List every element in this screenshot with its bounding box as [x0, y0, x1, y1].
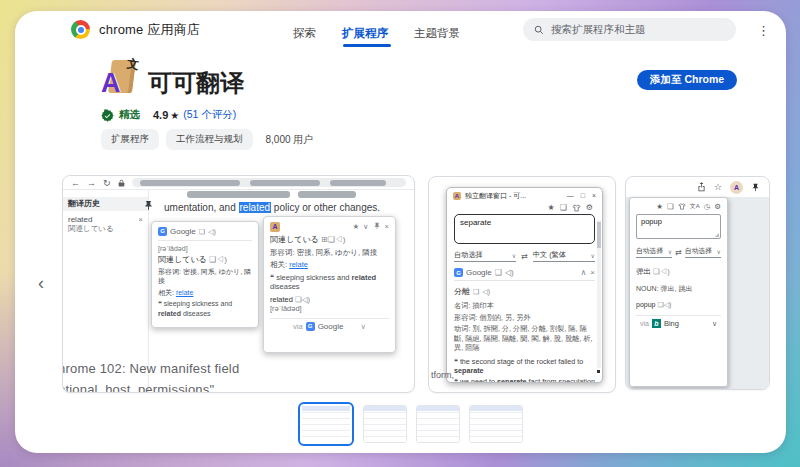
google-mini-popup: G Google ❏ ◁) [rəˈlādəd] 関連している ❏◁) 形容词:… [151, 221, 259, 328]
nav-item-extensions[interactable]: 扩展程序 [342, 26, 388, 41]
history-sidebar-title: 翻译历史 [63, 197, 148, 211]
swap-languages-icon: ⇄ [675, 248, 682, 257]
google-icon: G [306, 322, 315, 331]
copy-icon: ❏ [473, 288, 479, 296]
history-delete-icon: × [138, 215, 143, 224]
pos-line: 形容词: 密接, 同系, ゆかり, 隣接 [158, 267, 252, 286]
history-clock-icon: ◷ [704, 202, 711, 211]
translate-input: separate [454, 214, 595, 244]
pos-line: 形容词: 密接, 同系, ゆかり, 隣接 [270, 248, 389, 258]
chevron-down-icon: ∨ [360, 322, 366, 332]
extension-icon: A 文 [101, 60, 138, 96]
favorite-icon: ★ [352, 222, 359, 232]
related-label: 相关: [270, 260, 289, 269]
search-input[interactable]: 搜索扩展程序和主题 [523, 18, 736, 41]
rating-row: 精选 4.9 ★ (51 个评分) [101, 108, 236, 122]
translate-icon: 文A [690, 202, 700, 211]
phonetic: [rəˈlādəd] [270, 304, 389, 314]
extension-mini-icon: A [270, 222, 280, 232]
chevron-down-icon: ∨ [717, 248, 721, 255]
target-language-select: 自动选择∨ [685, 246, 721, 258]
example-text: diseases [181, 310, 211, 317]
screenshot-1[interactable]: ← → ↻ 翻译历史 related × 関連している [62, 175, 415, 393]
quote-icon: ❝ [270, 273, 274, 282]
nav-item-themes[interactable]: 主题背景 [414, 26, 460, 41]
thumbnail-3[interactable] [416, 405, 460, 443]
favorite-icon: ★ [656, 202, 663, 211]
settings-gear-icon: ⚙ [714, 202, 721, 211]
copy-icon: ❏ [328, 235, 335, 244]
copy-icon: ❏ [560, 203, 567, 212]
history-translation: 関連している [68, 224, 114, 234]
swap-languages-icon: ⇄ [521, 252, 528, 261]
result-word: 弹出 [636, 267, 651, 276]
featured-badge-icon [101, 109, 114, 122]
carousel-prev-button[interactable]: ‹ [38, 274, 44, 292]
related-link: relate [176, 289, 194, 296]
noun-line: 名词: 抽印本 [454, 301, 595, 311]
store-header-brand[interactable]: chrome 应用商店 [71, 20, 200, 39]
screenshot-3[interactable]: ☆ A ★ ❏ 文A ◷ ⚙ popup 自动选择∨ ⇄ 自动选择∨ 弹出 ❏◁… [625, 176, 770, 390]
collapse-icon: ∧ [580, 268, 586, 277]
share-icon [697, 182, 706, 192]
thumbnail-2[interactable] [363, 405, 407, 443]
thumbnail-1-selected[interactable] [298, 402, 354, 446]
chevron-down-icon: ∨ [668, 248, 672, 255]
example-bold: separate [454, 366, 484, 375]
speaker-icon: ◁) [216, 255, 227, 264]
speaker-icon: ◁) [208, 227, 216, 237]
via-label: via [293, 322, 303, 332]
settings-gear-icon: ⚙ [586, 203, 593, 212]
copy-icon: ❏ [199, 227, 205, 237]
translate-input: popup [636, 214, 721, 239]
search-placeholder: 搜索扩展程序和主题 [551, 23, 646, 37]
back-icon: ← [71, 178, 80, 188]
extension-title: 可可翻译 [148, 67, 244, 99]
example-text: the second stage of the rocket failed to [460, 357, 583, 366]
chevron-down-icon: ∨ [512, 252, 516, 259]
pin-icon [751, 183, 760, 192]
speaker-icon: ◁) [482, 288, 490, 296]
address-bar [132, 178, 406, 187]
browser-toolbar: ← → ↻ [63, 176, 414, 190]
rating-count-link[interactable]: (51 个评分) [183, 108, 236, 122]
browser-page: 翻译历史 related × 関連している umentation, and re… [63, 190, 414, 392]
standalone-window: A 独立翻译窗口 - 可... — □ × ★ ❏ ⚙ separate 自动选… [446, 187, 603, 383]
history-word: related [68, 215, 92, 224]
extension-avatar: A [730, 181, 743, 194]
screenshot-2[interactable]: A 独立翻译窗口 - 可... — □ × ★ ❏ ⚙ separate 自动选… [428, 176, 616, 393]
provider-label: Google [466, 268, 492, 277]
copy-icon: ❏ [667, 202, 674, 211]
source-language-select: 自动选择∨ [454, 250, 516, 262]
lock-icon [118, 179, 125, 187]
copy-icon: ❏ [295, 295, 302, 304]
chip-extensions[interactable]: 扩展程序 [101, 129, 159, 150]
thumbnail-4[interactable] [469, 405, 523, 443]
browser-action-popup: ★ ❏ 文A ◷ ⚙ popup 自动选择∨ ⇄ 自动选择∨ 弹出 ❏◁) NO… [629, 197, 728, 387]
chevron-down-icon: ∨ [712, 320, 717, 328]
example-text: sleeping sickness and [276, 273, 351, 282]
extension-icon-letter: A [101, 68, 121, 99]
browser-toolbar: ☆ A [626, 177, 769, 197]
speaker-icon: ◁) [505, 268, 514, 277]
example-text: we need to [460, 377, 497, 384]
chip-workflow[interactable]: 工作流程与规划 [166, 129, 253, 150]
translation: 関連している [158, 255, 207, 264]
quote-icon: ❝ [158, 300, 162, 307]
example-text: sleeping sickness and [164, 300, 233, 307]
quote-icon: ❝ [454, 377, 458, 384]
nav-item-explore[interactable]: 探索 [293, 26, 316, 41]
chevron-down-icon: ∨ [363, 222, 369, 232]
bing-icon: b [652, 319, 661, 328]
store-nav: 探索 扩展程序 主题背景 [293, 26, 460, 41]
example-text: fact from speculation [527, 377, 595, 384]
quote-icon: ❝ [454, 357, 458, 366]
add-to-chrome-button[interactable]: 添加至 Chrome [637, 70, 737, 90]
window-title: 独立翻译窗口 - 可... [465, 191, 526, 201]
source-language-select: 自动选择∨ [636, 246, 672, 258]
more-menu-icon[interactable]: ⋮ [757, 23, 770, 38]
chrome-logo-icon [71, 20, 90, 39]
speaker-icon: ◁) [660, 267, 670, 276]
extension-icon-glyph: 文 [126, 55, 140, 74]
forward-icon: → [87, 178, 96, 188]
